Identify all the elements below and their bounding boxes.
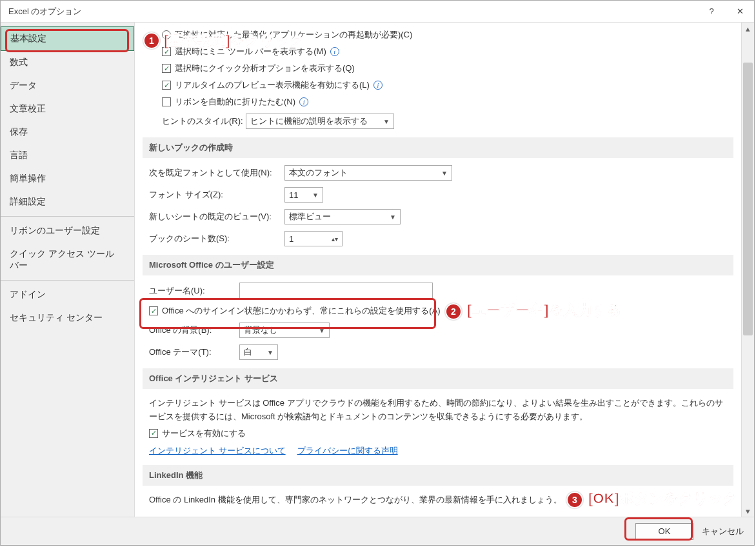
sidebar-separator [1, 280, 134, 281]
sheet-count-value: 1 [289, 234, 293, 244]
default-font-select[interactable]: 本文のフォント ▼ [284, 165, 452, 181]
info-icon[interactable]: i [330, 47, 339, 56]
enable-services-checkbox[interactable]: サービスを有効にする [143, 425, 733, 442]
dialog-body: 基本設定 数式 データ 文章校正 保存 言語 簡単操作 詳細設定 リボンのユーザ… [1, 23, 754, 517]
content-wrap: 互換性に対応した最適化 (アプリケーションの再起動が必要)(C) 選択時にミニ … [135, 23, 754, 517]
live-preview-label: リアルタイムのプレビュー表示機能を有効にする(L) [175, 79, 370, 91]
help-button[interactable]: ? [697, 1, 726, 23]
username-input[interactable] [239, 283, 433, 299]
quick-analysis-checkbox[interactable]: 選択時にクイック分析オプションを表示する(Q) [143, 60, 733, 77]
excel-options-dialog: Excel のオプション ? ✕ 基本設定 数式 データ 文章校正 保存 言語 … [0, 0, 755, 546]
hint-style-select[interactable]: ヒントに機能の説明を表示する ▼ [246, 114, 394, 129]
collapse-ribbon-label: リボンを自動的に折りたたむ(N) [175, 96, 295, 108]
checkbox-icon [162, 81, 171, 90]
office-bg-select[interactable]: 背景なし ▼ [239, 323, 330, 338]
close-button[interactable]: ✕ [726, 1, 754, 23]
checkbox-icon [149, 429, 158, 438]
sidebar-item-language[interactable]: 言語 [1, 144, 134, 167]
mini-toolbar-checkbox[interactable]: 選択時にミニ ツール バーを表示する(M) i [143, 43, 733, 60]
sidebar-item-formulas[interactable]: 数式 [1, 51, 134, 74]
sidebar-item-qat[interactable]: クイック アクセス ツール バー [1, 243, 134, 277]
sheet-count-spinner[interactable]: 1 ▴▾ [284, 231, 343, 246]
default-font-value: 本文のフォント [289, 167, 348, 179]
scroll-thumb[interactable] [743, 63, 753, 335]
hint-style-value: ヒントに機能の説明を表示する [250, 115, 368, 127]
always-use-label: Office へのサインイン状態にかかわらず、常にこれらの設定を使用する(A) [162, 305, 441, 317]
enable-services-label: サービスを有効にする [162, 428, 246, 439]
spinner-icon: ▴▾ [332, 235, 338, 243]
dialog-title: Excel のオプション [8, 6, 697, 17]
chevron-down-icon: ▼ [319, 327, 325, 334]
section-user-settings: Microsoft Office のユーザー設定 [143, 255, 733, 275]
sidebar-item-general[interactable]: 基本設定 [1, 26, 134, 51]
chevron-down-icon: ▼ [267, 349, 274, 356]
section-linkedin: LinkedIn 機能 [143, 465, 733, 486]
office-theme-label: Office テーマ(T): [149, 346, 239, 358]
font-size-value: 11 [289, 190, 298, 200]
office-bg-value: 背景なし [244, 324, 277, 336]
titlebar: Excel のオプション ? ✕ [1, 1, 754, 23]
sidebar-item-save[interactable]: 保存 [1, 121, 134, 144]
sidebar-item-advanced[interactable]: 詳細設定 [1, 190, 134, 214]
always-use-checkbox[interactable]: Office へのサインイン状態にかかわらず、常にこれらの設定を使用する(A) [143, 303, 733, 319]
dialog-footer: OK キャンセル [1, 517, 754, 545]
font-size-select[interactable]: 11 ▼ [284, 187, 323, 203]
scroll-up-arrow[interactable]: ▴ [742, 23, 754, 34]
default-view-select[interactable]: 標準ビュー ▼ [284, 209, 401, 224]
checkbox-icon [162, 97, 171, 106]
sheet-count-label: ブックのシート数(S): [149, 233, 284, 244]
cancel-button[interactable]: キャンセル [700, 523, 745, 540]
chevron-down-icon: ▼ [390, 214, 396, 221]
scroll-down-arrow[interactable]: ▾ [742, 505, 754, 517]
collapse-ribbon-checkbox[interactable]: リボンを自動的に折りたたむ(N) i [143, 94, 733, 110]
checkbox-icon [162, 64, 171, 73]
sidebar-item-trust[interactable]: セキュリティ センター [1, 306, 134, 330]
sidebar-separator [1, 216, 134, 217]
intelligent-services-link[interactable]: インテリジェント サービスについて [149, 445, 286, 457]
info-icon[interactable]: i [373, 81, 383, 90]
office-theme-value: 白 [244, 346, 252, 358]
privacy-statement-link[interactable]: プライバシーに関する声明 [297, 445, 398, 457]
office-bg-label: Office の背景(B): [149, 324, 239, 336]
compat-radio-label: 互換性に対応した最適化 (アプリケーションの再起動が必要)(C) [175, 29, 412, 41]
sidebar-item-data[interactable]: データ [1, 74, 134, 97]
linkedin-desc: Office の LinkedIn 機能を使用して、専門家のネットワークとつなが… [143, 490, 733, 508]
scroll-track[interactable] [742, 34, 754, 505]
chevron-down-icon: ▼ [441, 170, 448, 177]
font-size-label: フォント サイズ(Z): [149, 189, 284, 201]
chevron-down-icon: ▼ [383, 118, 390, 125]
info-icon[interactable]: i [299, 97, 308, 106]
radio-icon [162, 30, 171, 39]
default-view-label: 新しいシートの既定のビュー(V): [149, 211, 284, 223]
sidebar-item-addins[interactable]: アドイン [1, 283, 134, 306]
compat-radio-row[interactable]: 互換性に対応した最適化 (アプリケーションの再起動が必要)(C) [143, 26, 733, 43]
live-preview-checkbox[interactable]: リアルタイムのプレビュー表示機能を有効にする(L) i [143, 77, 733, 94]
office-theme-select[interactable]: 白 ▼ [239, 344, 278, 360]
hint-style-label: ヒントのスタイル(R): [162, 115, 246, 127]
chevron-down-icon: ▼ [312, 192, 319, 199]
options-content: 互換性に対応した最適化 (アプリケーションの再起動が必要)(C) 選択時にミニ … [135, 23, 741, 517]
checkbox-icon [149, 306, 158, 315]
quick-analysis-label: 選択時にクイック分析オプションを表示する(Q) [175, 63, 355, 74]
section-intelligent: Office インテリジェント サービス [143, 368, 733, 389]
intelligent-desc: インテリジェント サービスは Office アプリでクラウドの機能を利用するため… [143, 393, 733, 425]
sidebar-item-ease[interactable]: 簡単操作 [1, 167, 134, 190]
username-label: ユーザー名(U): [149, 285, 239, 297]
vertical-scrollbar[interactable]: ▴ ▾ [741, 23, 754, 517]
sidebar-item-ribbon[interactable]: リボンのユーザー設定 [1, 219, 134, 243]
category-sidebar: 基本設定 数式 データ 文章校正 保存 言語 簡単操作 詳細設定 リボンのユーザ… [1, 23, 135, 517]
mini-toolbar-label: 選択時にミニ ツール バーを表示する(M) [175, 46, 326, 57]
sidebar-item-proofing[interactable]: 文章校正 [1, 97, 134, 121]
ok-button[interactable]: OK [635, 523, 693, 540]
default-font-label: 次を既定フォントとして使用(N): [149, 167, 284, 179]
checkbox-icon [162, 47, 171, 56]
section-new-workbook: 新しいブックの作成時 [143, 137, 733, 158]
default-view-value: 標準ビュー [289, 211, 331, 223]
